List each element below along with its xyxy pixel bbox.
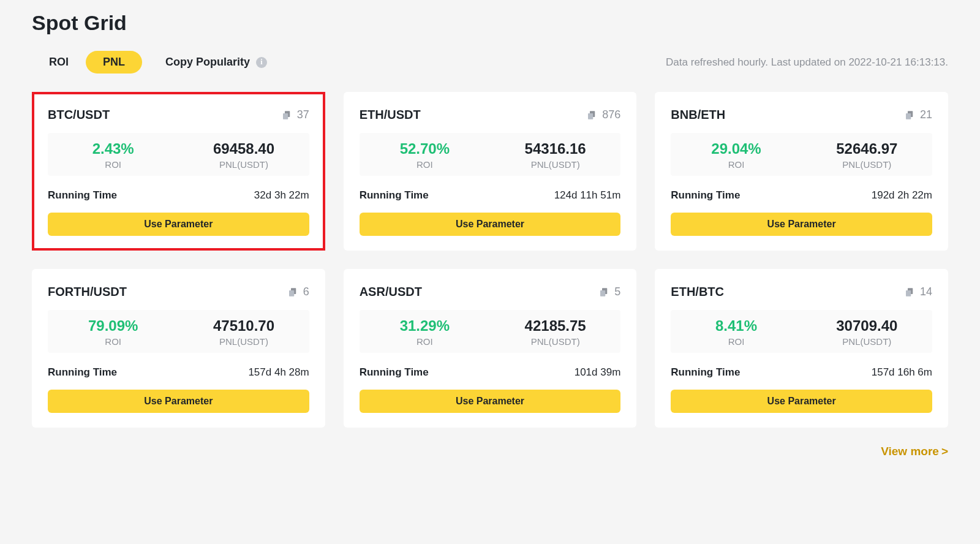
metric-roi: 8.41%ROI [671,316,801,347]
copy-icon [598,287,609,298]
copy-count-value: 5 [614,285,620,298]
card-head: BNB/ETH21 [671,108,932,122]
card-head: BTC/USDT37 [48,108,309,122]
running-time-label: Running Time [48,189,117,202]
copy-count[interactable]: 14 [904,285,932,298]
running-time-value: 192d 2h 22m [872,189,932,202]
use-parameter-button[interactable]: Use Parameter [48,390,309,413]
pnl-label: PNL(USDT) [802,159,932,170]
pnl-value: 47510.70 [178,316,309,335]
metrics: 8.41%ROI30709.40PNL(USDT) [671,310,932,353]
info-icon[interactable]: i [256,57,267,68]
strategy-card: ETH/BTC148.41%ROI30709.40PNL(USDT)Runnin… [655,269,948,428]
pnl-value: 69458.40 [178,139,309,158]
svg-rect-1 [283,113,288,119]
card-head: ASR/USDT5 [360,285,621,299]
copy-count[interactable]: 37 [281,108,309,121]
tab-pnl[interactable]: PNL [86,51,142,74]
metric-pnl: 30709.40PNL(USDT) [802,316,932,347]
strategy-card: ASR/USDT531.29%ROI42185.75PNL(USDT)Runni… [344,269,637,428]
pair-symbol: ETH/USDT [360,108,421,122]
view-more-link[interactable]: View more> [32,445,948,458]
metric-roi: 29.04%ROI [671,139,801,170]
running-time-value: 124d 11h 51m [554,189,621,202]
use-parameter-button[interactable]: Use Parameter [671,390,932,413]
pair-symbol: BTC/USDT [48,108,110,122]
svg-rect-5 [906,113,911,119]
svg-rect-3 [588,113,593,119]
roi-label: ROI [48,336,178,347]
copy-count-value: 37 [297,108,309,121]
roi-label: ROI [360,336,490,347]
metric-roi: 52.70%ROI [360,139,490,170]
copy-count-value: 6 [303,285,309,298]
pair-symbol: ETH/BTC [671,285,724,299]
use-parameter-button[interactable]: Use Parameter [671,213,932,236]
running-time-label: Running Time [671,189,740,202]
card-grid: BTC/USDT372.43%ROI69458.40PNL(USDT)Runni… [32,92,948,428]
copy-icon [904,110,915,121]
pair-symbol: BNB/ETH [671,108,725,122]
copy-count-value: 14 [920,285,932,298]
roi-label: ROI [360,159,490,170]
running-time-label: Running Time [48,366,117,379]
svg-rect-9 [600,290,605,297]
metric-roi: 79.09%ROI [48,316,178,347]
use-parameter-button[interactable]: Use Parameter [360,390,621,413]
strategy-card: BNB/ETH2129.04%ROI52646.97PNL(USDT)Runni… [655,92,948,251]
roi-value: 29.04% [671,139,801,158]
pnl-label: PNL(USDT) [490,159,620,170]
pnl-value: 54316.16 [490,139,620,158]
copy-icon [904,287,915,298]
roi-value: 79.09% [48,316,178,335]
view-more-label: View more [881,445,939,458]
roi-value: 2.43% [48,139,178,158]
pnl-label: PNL(USDT) [178,159,309,170]
running-time-value: 32d 3h 22m [254,189,309,202]
roi-value: 31.29% [360,316,490,335]
use-parameter-button[interactable]: Use Parameter [360,213,621,236]
card-head: FORTH/USDT6 [48,285,309,299]
card-head: ETH/USDT876 [360,108,621,122]
copy-icon [281,110,292,121]
tab-roi[interactable]: ROI [32,51,86,74]
running-time-row: Running Time124d 11h 51m [360,189,621,202]
svg-rect-7 [289,290,294,297]
running-time-label: Running Time [671,366,740,379]
running-time-row: Running Time157d 16h 6m [671,366,932,379]
running-time-value: 157d 16h 6m [872,366,932,379]
roi-label: ROI [48,159,178,170]
svg-rect-11 [906,290,911,297]
copy-count[interactable]: 876 [586,108,620,121]
tab-copy-popularity[interactable]: Copy Popularity i [142,51,284,74]
copy-count-value: 876 [602,108,620,121]
card-head: ETH/BTC14 [671,285,932,299]
metrics: 29.04%ROI52646.97PNL(USDT) [671,133,932,176]
data-refreshed-text: Data refreshed hourly. Last updated on 2… [666,56,948,69]
metric-pnl: 42185.75PNL(USDT) [490,316,620,347]
metrics: 31.29%ROI42185.75PNL(USDT) [360,310,621,353]
strategy-card: ETH/USDT87652.70%ROI54316.16PNL(USDT)Run… [344,92,637,251]
metric-roi: 2.43%ROI [48,139,178,170]
roi-value: 8.41% [671,316,801,335]
strategy-card: FORTH/USDT679.09%ROI47510.70PNL(USDT)Run… [32,269,325,428]
pnl-value: 52646.97 [802,139,932,158]
copy-count[interactable]: 5 [598,285,620,298]
page-title: Spot Grid [32,11,948,35]
copy-icon [287,287,298,298]
copy-count[interactable]: 21 [904,108,932,121]
metrics: 52.70%ROI54316.16PNL(USDT) [360,133,621,176]
tab-row: ROI PNL Copy Popularity i Data refreshed… [32,51,948,74]
copy-count[interactable]: 6 [287,285,309,298]
roi-label: ROI [671,159,801,170]
metrics: 79.09%ROI47510.70PNL(USDT) [48,310,309,353]
running-time-label: Running Time [360,366,429,379]
copy-icon [586,110,597,121]
use-parameter-button[interactable]: Use Parameter [48,213,309,236]
running-time-row: Running Time192d 2h 22m [671,189,932,202]
tab-copy-label: Copy Popularity [165,56,250,69]
running-time-value: 101d 39m [575,366,621,379]
roi-value: 52.70% [360,139,490,158]
running-time-value: 157d 4h 28m [248,366,309,379]
metric-pnl: 54316.16PNL(USDT) [490,139,620,170]
